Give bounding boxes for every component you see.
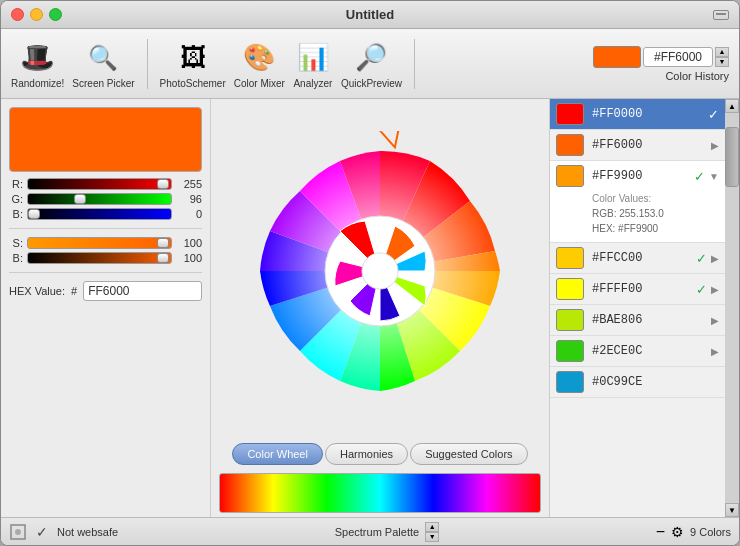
color-mixer-label: Color Mixer (234, 78, 285, 90)
arrow-icon: ▶ (711, 315, 719, 326)
divider-1 (9, 228, 202, 229)
hex-value-text: HEX: #FF9900 (592, 221, 664, 236)
g-value: 96 (176, 193, 202, 205)
toolbar-separator-1 (147, 39, 148, 89)
palette-stepper-up[interactable]: ▲ (425, 522, 439, 532)
hex-stepper: ▲ ▼ (715, 47, 729, 67)
hex-input[interactable] (83, 281, 202, 301)
b-slider-thumb[interactable] (28, 209, 40, 219)
color-item-row: #FF9900 ✓ ▼ (556, 165, 719, 187)
stepper-up[interactable]: ▲ (715, 47, 729, 57)
bottom-bar: ✓ Not websafe Spectrum Palette ▲ ▼ − ⚙ 9… (1, 517, 739, 545)
g-slider-thumb[interactable] (74, 194, 86, 204)
tab-harmonies[interactable]: Harmonies (325, 443, 408, 465)
quick-preview-button[interactable]: 🔎 QuickPreview (341, 38, 402, 90)
b2-slider-track[interactable] (27, 252, 172, 264)
color-history-item[interactable]: #FFCC00 ✓ ▶ (550, 243, 725, 274)
screen-picker-icon: 🔍 (83, 38, 123, 78)
r-slider-thumb[interactable] (157, 179, 169, 189)
tab-color-wheel[interactable]: Color Wheel (232, 443, 323, 465)
g-label: G: (9, 193, 23, 205)
g-slider-track[interactable] (27, 193, 172, 205)
main-window: Untitled 🎩 Randomize! 🔍 Screen Picker 🖼 … (0, 0, 740, 546)
b-slider-track[interactable] (27, 208, 172, 220)
checkmark-icon: ✓ (694, 169, 705, 184)
photo-schemer-button[interactable]: 🖼 PhotoSchemer (160, 38, 226, 90)
arrow-icon: ▶ (711, 284, 719, 295)
color-history-list[interactable]: #FF0000 ✓ #FF6000 ▶ #FF9900 ✓ (550, 99, 725, 517)
color-history-item[interactable]: #FF9900 ✓ ▼ Color Values: RGB: 255.153.0… (550, 161, 725, 243)
hex-toolbar-input[interactable]: #FF6000 (643, 47, 713, 67)
color-history-item[interactable]: #FF6000 ▶ (550, 130, 725, 161)
color-swatch (556, 103, 584, 125)
quick-preview-icon: 🔎 (351, 38, 391, 78)
color-hex-label: #FFCC00 (592, 251, 642, 265)
analyzer-label: Analyzer (293, 78, 332, 90)
r-value: 255 (176, 178, 202, 190)
color-swatch (556, 371, 584, 393)
websafe-icon[interactable] (9, 523, 27, 541)
stepper-down[interactable]: ▼ (715, 57, 729, 67)
arrow-icon: ▶ (711, 253, 719, 264)
r-slider-row: R: 255 (9, 178, 202, 190)
color-wheel[interactable] (240, 131, 520, 411)
color-history-item[interactable]: #FF0000 ✓ (550, 99, 725, 130)
color-swatch (556, 165, 584, 187)
maximize-button[interactable] (49, 8, 62, 21)
websafe-check-icon[interactable]: ✓ (33, 523, 51, 541)
traffic-lights (11, 8, 62, 21)
s-slider-thumb[interactable] (157, 238, 169, 248)
right-panel: #FF0000 ✓ #FF6000 ▶ #FF9900 ✓ (549, 99, 739, 517)
analyzer-button[interactable]: 📊 Analyzer (293, 38, 333, 90)
quick-preview-label: QuickPreview (341, 78, 402, 90)
color-swatch (556, 247, 584, 269)
hex-label: HEX Value: (9, 285, 65, 297)
checkmark-icon: ✓ (696, 282, 707, 297)
color-history-item[interactable]: #2ECE0C ▶ (550, 336, 725, 367)
color-mixer-button[interactable]: 🎨 Color Mixer (234, 38, 285, 90)
checkmark-icon: ✓ (696, 251, 707, 266)
bottom-right: − ⚙ 9 Colors (656, 523, 731, 541)
scrollbar[interactable]: ▲ ▼ (725, 99, 739, 517)
scroll-up-arrow[interactable]: ▲ (725, 99, 739, 113)
divider-2 (9, 272, 202, 273)
spectrum-bar[interactable] (219, 473, 541, 513)
color-count: 9 Colors (690, 526, 731, 538)
color-history-box: #FF6000 ▲ ▼ Color History (593, 46, 729, 82)
g-slider-row: G: 96 (9, 193, 202, 205)
center-panel: Color Wheel Harmonies Suggested Colors (211, 99, 549, 517)
minimize-button[interactable] (30, 8, 43, 21)
svg-point-5 (15, 529, 21, 535)
settings-gear-icon[interactable]: ⚙ (671, 524, 684, 540)
scroll-down-arrow[interactable]: ▼ (725, 503, 739, 517)
palette-stepper: ▲ ▼ (425, 522, 439, 542)
color-hex-label: #BAE806 (592, 313, 642, 327)
tab-bar: Color Wheel Harmonies Suggested Colors (232, 443, 527, 465)
s-label: S: (9, 237, 23, 249)
screen-picker-label: Screen Picker (72, 78, 134, 90)
minus-icon[interactable]: − (656, 523, 665, 541)
resize-icon[interactable] (713, 10, 729, 20)
close-button[interactable] (11, 8, 24, 21)
color-swatch (556, 309, 584, 331)
current-color-swatch[interactable] (593, 46, 641, 68)
randomize-button[interactable]: 🎩 Randomize! (11, 38, 64, 90)
color-history-item[interactable]: #BAE806 ▶ (550, 305, 725, 336)
rgb-sliders: R: 255 G: 96 B: (9, 178, 202, 220)
color-history-item[interactable]: #0C99CE (550, 367, 725, 398)
color-history-label: Color History (665, 70, 729, 82)
tab-suggested-colors[interactable]: Suggested Colors (410, 443, 527, 465)
scrollbar-thumb[interactable] (725, 127, 739, 187)
r-slider-track[interactable] (27, 178, 172, 190)
websafe-symbol (10, 524, 26, 540)
b2-slider-row: B: 100 (9, 252, 202, 264)
color-values-label: Color Values: (592, 191, 664, 206)
s-slider-track[interactable] (27, 237, 172, 249)
svg-point-2 (362, 253, 398, 289)
color-history-item[interactable]: #FFFF00 ✓ ▶ (550, 274, 725, 305)
palette-stepper-down[interactable]: ▼ (425, 532, 439, 542)
b2-slider-thumb[interactable] (157, 253, 169, 263)
screen-picker-button[interactable]: 🔍 Screen Picker (72, 38, 134, 90)
toolbar: 🎩 Randomize! 🔍 Screen Picker 🖼 PhotoSche… (1, 29, 739, 99)
color-mixer-icon: 🎨 (239, 38, 279, 78)
